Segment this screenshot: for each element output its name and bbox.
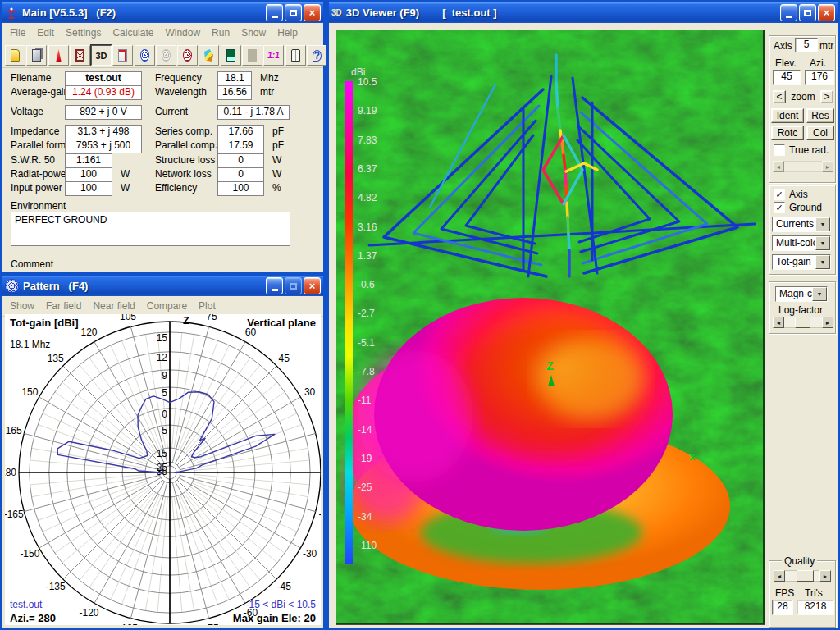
efficiency-field[interactable]: 100	[217, 181, 264, 196]
open-file-button[interactable]	[5, 45, 25, 66]
main-menu-run[interactable]: Run	[208, 25, 237, 41]
current-field[interactable]: 0.11 - j 1.78 A	[217, 105, 290, 120]
parallel-form-field[interactable]: 7953 + j 500	[65, 139, 142, 153]
currents-select[interactable]: Currents ▼	[772, 217, 831, 232]
smith-chart-button[interactable]	[177, 45, 198, 66]
close-button[interactable]: ×	[304, 4, 321, 21]
scroll-right-icon[interactable]: ►	[822, 161, 833, 172]
gain-mode-select[interactable]: Tot-gain ▼	[772, 254, 831, 270]
antenna-geometry-button[interactable]	[48, 45, 69, 66]
wire-cube-button[interactable]	[70, 45, 90, 66]
parallel-comp-field[interactable]: 17.59	[217, 139, 264, 153]
main-menu-edit[interactable]: Edit	[33, 25, 62, 41]
col-button[interactable]: Col	[806, 126, 834, 140]
s-w-r-50-field[interactable]: 1:161	[65, 153, 112, 168]
slider-thumb[interactable]	[797, 570, 813, 582]
chevron-down-icon[interactable]: ▼	[815, 236, 830, 250]
main-menu-file[interactable]: File	[6, 25, 33, 41]
scroll-right-icon[interactable]: ►	[822, 317, 833, 328]
view-scrollbar[interactable]: ◄ ►	[773, 161, 833, 172]
pattern-window-title: Pattern (F4)	[23, 280, 266, 292]
pattern-menu-show[interactable]: Show	[6, 298, 42, 314]
pattern-gray-button[interactable]	[156, 45, 176, 66]
main-menu-show[interactable]: Show	[237, 25, 273, 41]
network-loss-field[interactable]: 0	[217, 167, 264, 182]
true-rad-checkbox-box[interactable]	[774, 144, 785, 156]
environment-box[interactable]: PERFECT GROUND	[11, 212, 290, 246]
true-rad-checkbox[interactable]: True rad.	[774, 144, 829, 156]
far-field-button[interactable]	[199, 45, 219, 66]
close-button[interactable]: ×	[304, 277, 321, 294]
axis-length-input[interactable]: 5	[795, 38, 818, 52]
axis-unit-label: mtr	[819, 40, 833, 52]
viewer-titlebar[interactable]: 3D 3D Viewer (F9) [ test.out ] ×	[329, 2, 838, 23]
axis-checkbox-box[interactable]: ✓	[774, 189, 785, 200]
help-button[interactable]: ?	[307, 45, 327, 66]
view-3d-button[interactable]: 3D	[91, 45, 112, 66]
scale-1-1-button[interactable]: 1:1	[263, 45, 284, 66]
input-power-field[interactable]: 100	[65, 181, 112, 196]
scroll-left-icon[interactable]: ◄	[773, 317, 784, 328]
zoom-out-button[interactable]: <	[773, 90, 786, 103]
radiat-power-field[interactable]: 100	[65, 167, 112, 182]
color-mode-select[interactable]: Multi-colo ▼	[772, 235, 831, 251]
move-disabled-button[interactable]	[242, 45, 262, 66]
series-comp-field[interactable]: 17.66	[217, 125, 264, 139]
chevron-down-icon[interactable]: ▼	[812, 287, 827, 301]
chevron-down-icon[interactable]: ▼	[815, 255, 830, 269]
average-gain-field[interactable]: 1.24 (0.93 dB)	[65, 85, 142, 100]
main-menu-settings[interactable]: Settings	[62, 25, 108, 41]
res-button[interactable]: Res	[806, 108, 834, 123]
scroll-right-icon[interactable]: ►	[819, 570, 831, 582]
minimize-button[interactable]	[266, 4, 283, 21]
impedance-field[interactable]: 31.3 + j 498	[65, 125, 142, 139]
pattern-blue-button[interactable]	[135, 45, 155, 66]
ground-checkbox[interactable]: ✓ Ground	[774, 202, 822, 213]
chevron-down-icon[interactable]: ▼	[815, 217, 830, 231]
log-factor-slider[interactable]: ◄ ►	[773, 317, 833, 328]
pattern-menu-plot[interactable]: Plot	[194, 298, 223, 314]
colorbar-tick: 9.19	[358, 105, 377, 116]
pattern-menu-near-field[interactable]: Near field	[89, 298, 142, 314]
scroll-left-icon[interactable]: ◄	[774, 570, 785, 582]
pattern-menu-compare[interactable]: Compare	[143, 298, 194, 314]
main-titlebar[interactable]: Main [V5.5.3] (F2) ×	[2, 2, 323, 23]
edit-notepad-button[interactable]	[112, 45, 133, 66]
pattern-plot-area[interactable]: 0153045607590105120135150165180-15-30-45…	[5, 314, 321, 625]
docs-book-button[interactable]	[285, 45, 306, 66]
wavelength-field[interactable]: 16.56	[217, 85, 252, 100]
frequency-field[interactable]: 18.1	[217, 71, 252, 86]
x-axis-marker: x	[689, 450, 696, 463]
pattern-titlebar[interactable]: Pattern (F4) ×	[2, 276, 323, 296]
zoom-in-button[interactable]: >	[820, 90, 833, 103]
filename-field[interactable]: test.out	[65, 71, 142, 86]
minimize-button[interactable]	[266, 277, 283, 294]
slider-thumb[interactable]	[795, 317, 810, 328]
quality-slider[interactable]: ◄ ►	[774, 570, 831, 582]
elev-input[interactable]: 45	[773, 70, 801, 85]
structure-loss-label: Structure loss	[155, 154, 215, 166]
main-menu-window[interactable]: Window	[161, 25, 208, 41]
ident-button[interactable]: Ident	[771, 108, 804, 123]
viewer-viewport[interactable]: Z x dBi 10.59.197.836.374.823.161.37-0.6…	[336, 30, 765, 625]
ground-checkbox-box[interactable]: ✓	[774, 202, 785, 213]
minimize-button[interactable]	[780, 4, 797, 21]
maximize-button[interactable]	[285, 277, 302, 294]
pattern-menu-far-field[interactable]: Far field	[42, 298, 89, 314]
rotc-button[interactable]: Rotc	[771, 126, 804, 140]
voltage-field[interactable]: 892 + j 0 V	[65, 105, 142, 120]
maximize-button[interactable]	[799, 4, 816, 21]
close-button[interactable]: ×	[818, 4, 835, 21]
axis-checkbox[interactable]: ✓ Axis	[774, 189, 808, 200]
angle-tick-label: -105	[118, 623, 138, 625]
main-menu-calculate[interactable]: Calculate	[108, 25, 161, 41]
magnitude-select[interactable]: Magn-cc ▼	[775, 286, 828, 302]
structure-loss-field[interactable]: 0	[217, 153, 264, 168]
save-button[interactable]	[26, 45, 47, 66]
scroll-left-icon[interactable]: ◄	[773, 161, 784, 172]
azi-input[interactable]: 176	[805, 70, 834, 85]
maximize-button[interactable]	[285, 4, 302, 21]
colorbar-tick: -7.8	[358, 366, 375, 377]
main-menu-help[interactable]: Help	[273, 25, 305, 41]
calculator-button[interactable]	[221, 45, 241, 66]
